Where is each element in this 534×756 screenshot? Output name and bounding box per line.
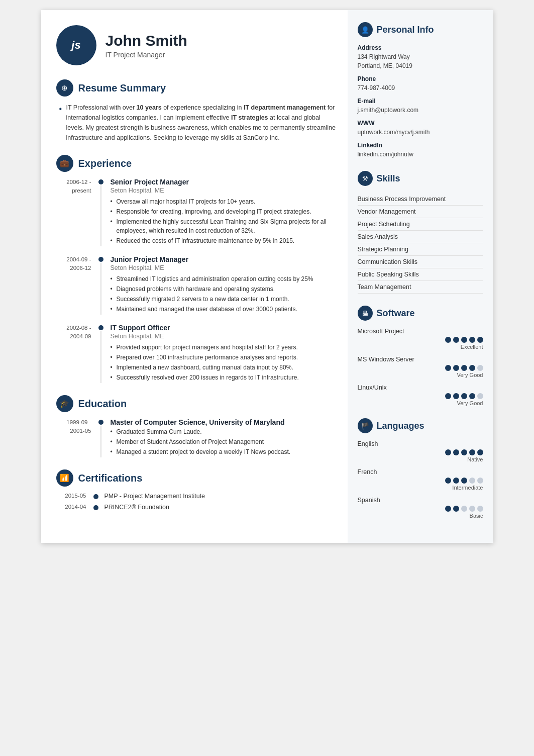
cert-icon: 📶	[56, 469, 73, 487]
address-label: Address	[358, 44, 483, 51]
language-name-1: English	[358, 440, 483, 447]
software-dots-1	[358, 337, 483, 343]
exp-org-3: Seton Hospital, ME	[111, 333, 338, 340]
list-item: Reduced the costs of IT infrastructure m…	[111, 236, 338, 245]
cert-date-1: 2015-05	[56, 493, 91, 500]
software-label-3: Very Good	[358, 400, 483, 406]
cert-date-2: 2014-04	[56, 504, 91, 511]
exp-title-2: Junior Project Manager	[111, 255, 338, 263]
experience-entry-1: 2006-12 -present Senior Project Manager …	[56, 178, 338, 246]
timeline-line-3	[100, 331, 101, 383]
software-dots-3	[358, 393, 483, 399]
dot	[477, 478, 483, 484]
dot	[461, 478, 467, 484]
avatar: js	[56, 25, 96, 65]
language-item-1: English Native	[358, 440, 483, 462]
experience-title-row: 💼 Experience	[56, 155, 338, 172]
dot	[469, 449, 475, 455]
edu-date-1: 1999-09 -2001-05	[56, 418, 96, 457]
language-dots-2	[358, 478, 483, 484]
languages-icon: 🏴	[358, 418, 373, 433]
language-label-1: Native	[358, 456, 483, 462]
dot	[445, 337, 451, 343]
edu-bullets-1: Graduated Summa Cum Laude. Member of Stu…	[111, 427, 338, 456]
timeline-dot-3	[98, 325, 103, 330]
dot	[453, 478, 459, 484]
exp-bullets-3: Provided support for project managers an…	[111, 343, 338, 382]
linkedin-label: LinkedIn	[358, 142, 483, 149]
personal-info-section: 👤 Personal Info Address 134 Rightward Wa…	[358, 22, 483, 159]
software-title-row: 🖶 Software	[358, 306, 483, 321]
dot	[477, 365, 483, 371]
education-icon: 🎓	[56, 395, 73, 412]
experience-section: 💼 Experience 2006-12 -present Senior Pro…	[56, 155, 338, 383]
software-name-3: Linux/Unix	[358, 384, 483, 391]
cert-entry-1: 2015-05 PMP - Project Management Institu…	[56, 493, 338, 500]
skill-item-2: Vendor Management	[358, 206, 483, 218]
list-item: Prepared over 100 infrastructure perform…	[111, 353, 338, 362]
edu-line-1	[100, 426, 101, 457]
dot	[469, 393, 475, 399]
languages-title-row: 🏴 Languages	[358, 418, 483, 433]
www-label: WWW	[358, 120, 483, 127]
dot	[461, 506, 467, 512]
experience-icon: 💼	[56, 155, 73, 172]
cert-title: Certifications	[78, 472, 143, 484]
dot	[477, 449, 483, 455]
experience-entry-2: 2004-09 -2006-12 Junior Project Manager …	[56, 255, 338, 315]
www-field: WWW uptowork.com/mycv/j.smith	[358, 120, 483, 137]
list-item: Oversaw all major hospital IT projects f…	[111, 197, 338, 206]
wrench-icon: ⚒	[362, 175, 368, 182]
software-name-2: MS Windows Server	[358, 356, 483, 363]
email-label: E-mail	[358, 98, 483, 105]
exp-bullets-1: Oversaw all major hospital IT projects f…	[111, 197, 338, 245]
left-column: js John Smith IT Project Manager ⊕ Resum…	[41, 10, 348, 543]
list-item: Successfully migrated 2 servers to a new…	[111, 295, 338, 304]
software-label-2: Very Good	[358, 372, 483, 378]
dot	[453, 449, 459, 455]
exp-date-1: 2006-12 -present	[56, 178, 96, 246]
language-item-2: French Intermediate	[358, 468, 483, 491]
edu-dot-line-1	[96, 418, 105, 457]
summary-title: Resume Summary	[78, 82, 166, 94]
software-section: 🖶 Software Microsoft Project Excellent M…	[358, 306, 483, 406]
certificate-icon: 📶	[60, 474, 69, 483]
software-item-3: Linux/Unix Very Good	[358, 384, 483, 406]
linkedin-value: linkedin.com/johnutw	[358, 150, 483, 159]
timeline-dot-2	[98, 257, 103, 262]
skills-section: ⚒ Skills Business Process Improvement Ve…	[358, 171, 483, 294]
candidate-title: IT Project Manager	[105, 51, 187, 59]
list-item: Responsible for creating, improving, and…	[111, 207, 338, 216]
exp-title-1: Senior Project Manager	[111, 178, 338, 186]
exp-date-2: 2004-09 -2006-12	[56, 255, 96, 315]
dot	[453, 337, 459, 343]
exp-content-2: Junior Project Manager Seton Hospital, M…	[111, 255, 338, 315]
list-item: Streamlined IT logistics and administrat…	[111, 274, 338, 284]
summary-icon: ⊕	[56, 79, 73, 97]
dot	[445, 393, 451, 399]
dot	[477, 337, 483, 343]
languages-section: 🏴 Languages English Native French	[358, 418, 483, 519]
exp-title-3: IT Support Officer	[111, 324, 338, 332]
personal-info-title: Personal Info	[377, 25, 434, 35]
exp-content-1: Senior Project Manager Seton Hospital, M…	[111, 178, 338, 246]
summary-section: ⊕ Resume Summary IT Professional with ov…	[56, 79, 338, 143]
email-field: E-mail j.smith@uptowork.com	[358, 98, 483, 115]
skills-title: Skills	[377, 173, 400, 184]
edu-title-1: Master of Computer Science, University o…	[111, 418, 338, 426]
dot	[461, 393, 467, 399]
dot-line-1	[96, 178, 105, 246]
dot	[469, 337, 475, 343]
cert-entry-2: 2014-04 PRINCE2® Foundation	[56, 504, 338, 511]
skills-title-row: ⚒ Skills	[358, 171, 483, 186]
exp-date-3: 2002-08 -2004-09	[56, 324, 96, 383]
edu-dot-1	[98, 420, 103, 425]
cert-dot-2	[93, 505, 98, 510]
candidate-name: John Smith	[105, 32, 187, 49]
language-label-3: Basic	[358, 513, 483, 519]
dot	[461, 365, 467, 371]
person-icon: 👤	[361, 26, 369, 34]
languages-title: Languages	[377, 421, 424, 431]
dot	[453, 365, 459, 371]
computer-icon: 🖶	[362, 310, 368, 317]
